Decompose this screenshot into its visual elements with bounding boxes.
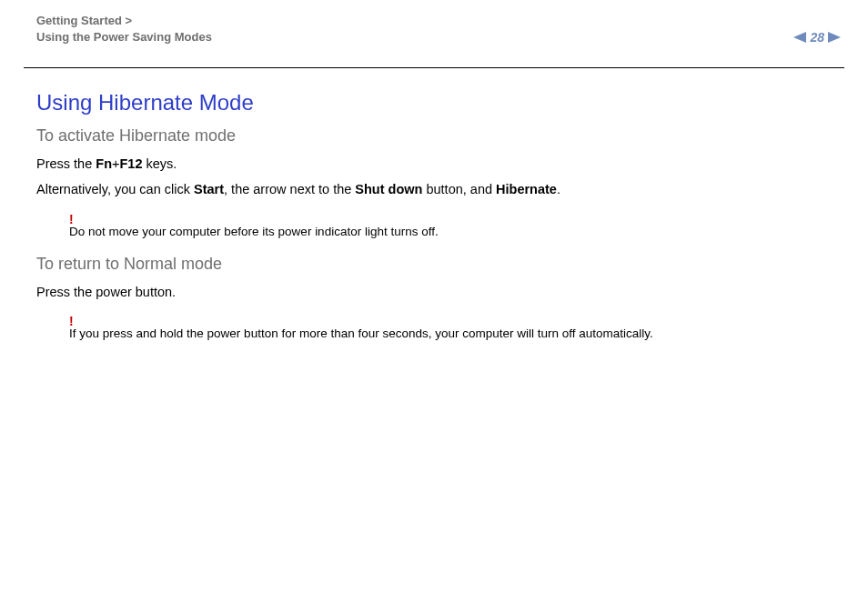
page-number: 28 bbox=[810, 30, 824, 45]
text-bold: F12 bbox=[119, 156, 142, 171]
text: button, and bbox=[422, 182, 496, 196]
text-bold: Start bbox=[194, 182, 224, 196]
breadcrumb: Getting Started > Using the Power Saving… bbox=[36, 13, 832, 45]
page-header: Getting Started > Using the Power Saving… bbox=[0, 0, 868, 67]
section2-heading: To return to Normal mode bbox=[36, 255, 832, 274]
text-bold: Fn bbox=[96, 156, 112, 171]
text-bold: Shut down bbox=[355, 182, 422, 196]
svg-marker-0 bbox=[793, 32, 806, 43]
section2-para1: Press the power button. bbox=[36, 283, 832, 301]
svg-marker-1 bbox=[828, 32, 841, 43]
section2-note: ! If you press and hold the power button… bbox=[69, 314, 832, 340]
text: Press the bbox=[36, 156, 96, 171]
text: Alternatively, you can click bbox=[36, 182, 194, 196]
content-area: Using Hibernate Mode To activate Hiberna… bbox=[0, 68, 868, 340]
section1-note: ! Do not move your computer before its p… bbox=[69, 212, 832, 238]
section1-para1: Press the Fn+F12 keys. bbox=[36, 155, 832, 173]
page-title: Using Hibernate Mode bbox=[36, 90, 832, 116]
next-page-icon[interactable] bbox=[828, 32, 841, 43]
page-nav: 28 bbox=[793, 30, 841, 45]
page: Getting Started > Using the Power Saving… bbox=[0, 0, 868, 613]
prev-page-icon[interactable] bbox=[793, 32, 806, 43]
section1-para2: Alternatively, you can click Start, the … bbox=[36, 180, 832, 198]
note-text: If you press and hold the power button f… bbox=[69, 327, 653, 340]
breadcrumb-line1: Getting Started > bbox=[36, 14, 132, 27]
text: keys. bbox=[142, 156, 177, 171]
breadcrumb-line2: Using the Power Saving Modes bbox=[36, 30, 212, 44]
section1-heading: To activate Hibernate mode bbox=[36, 126, 832, 146]
text: . bbox=[557, 182, 560, 196]
note-text: Do not move your computer before its pow… bbox=[69, 225, 439, 238]
text-bold: Hibernate bbox=[496, 182, 557, 196]
text: , the arrow next to the bbox=[224, 182, 355, 196]
